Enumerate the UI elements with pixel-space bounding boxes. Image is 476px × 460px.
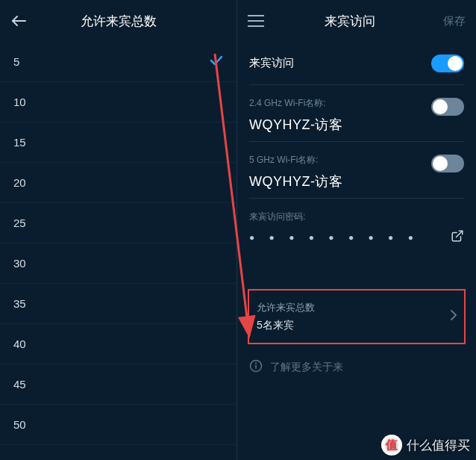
- list-item[interactable]: 15: [0, 122, 237, 163]
- list-item[interactable]: 5: [0, 42, 237, 82]
- panel-guest-access: 来宾访问 保存 来宾访问 2.4 GHz Wi-Fi名称: WQYHYZ-访客 …: [237, 0, 476, 460]
- page-title-left: 允许来宾总数: [27, 13, 210, 30]
- row-guest-access: 来宾访问: [249, 42, 464, 85]
- password-label: 来宾访问密码:: [249, 211, 464, 223]
- list-item[interactable]: 45: [0, 364, 237, 405]
- wifi24-toggle[interactable]: [431, 98, 464, 116]
- list-item[interactable]: 10: [0, 82, 237, 122]
- watermark-badge-icon: 值: [381, 435, 402, 456]
- list-item-label: 25: [13, 217, 26, 229]
- guest-access-toggle[interactable]: [431, 55, 464, 72]
- list-item[interactable]: 35: [0, 284, 237, 324]
- svg-line-0: [457, 231, 463, 237]
- wifi5-name[interactable]: WQYHYZ-访客: [249, 172, 464, 190]
- list-item[interactable]: 50: [0, 405, 237, 445]
- list-item-label: 50: [13, 418, 26, 431]
- row-guest-total[interactable]: 允许来宾总数 5名来宾: [248, 289, 466, 344]
- row-wifi-5: 5 GHz Wi-Fi名称: WQYHYZ-访客: [249, 142, 464, 199]
- info-icon: [249, 359, 263, 375]
- guest-access-label: 来宾访问: [249, 56, 294, 70]
- list-item-label: 20: [13, 176, 26, 189]
- save-button[interactable]: 保存: [436, 14, 466, 28]
- learn-more-label: 了解更多关于来: [270, 361, 343, 374]
- list-item-label: 10: [13, 96, 26, 108]
- header-left: 允许来宾总数: [0, 0, 237, 42]
- list-item-label: 35: [13, 297, 26, 310]
- list-item[interactable]: 20: [0, 163, 237, 203]
- list-item-label: 30: [13, 257, 26, 270]
- wifi5-label: 5 GHz Wi-Fi名称:: [249, 154, 319, 167]
- watermark-text: 什么值得买: [407, 437, 470, 454]
- guest-total-value: 5名来宾: [257, 319, 315, 332]
- list-item-label: 5: [13, 55, 19, 68]
- share-icon[interactable]: [451, 229, 464, 246]
- list-item-label: 15: [13, 136, 26, 149]
- guest-total-label: 允许来宾总数: [257, 301, 315, 314]
- check-icon: [210, 55, 223, 68]
- row-wifi-24: 2.4 GHz Wi-Fi名称: WQYHYZ-访客: [249, 85, 464, 142]
- wifi24-label: 2.4 GHz Wi-Fi名称:: [249, 97, 326, 110]
- list-item[interactable]: 40: [0, 324, 237, 364]
- watermark: 值 什么值得买: [381, 435, 470, 456]
- list-item[interactable]: 30: [0, 243, 237, 284]
- row-password: 来宾访问密码: ● ● ● ● ● ● ● ● ●: [249, 199, 464, 253]
- list-item[interactable]: 25: [0, 203, 237, 243]
- svg-point-3: [256, 363, 257, 364]
- wifi5-toggle[interactable]: [431, 155, 464, 172]
- row-learn-more[interactable]: 了解更多关于来: [237, 344, 476, 390]
- option-list: 5101520253035404550: [0, 42, 237, 445]
- list-item-label: 40: [13, 338, 26, 350]
- header-right: 来宾访问 保存: [237, 0, 476, 42]
- page-title-right: 来宾访问: [264, 13, 436, 30]
- spacer: [237, 253, 476, 289]
- settings-content: 来宾访问 2.4 GHz Wi-Fi名称: WQYHYZ-访客 5 GHz Wi…: [237, 42, 476, 253]
- panel-guest-limit: 允许来宾总数 5101520253035404550: [0, 0, 237, 460]
- list-item-label: 45: [13, 378, 26, 391]
- back-icon[interactable]: [10, 13, 27, 29]
- chevron-right-icon: [451, 310, 457, 323]
- wifi24-name[interactable]: WQYHYZ-访客: [249, 116, 464, 134]
- menu-icon[interactable]: [248, 15, 264, 27]
- password-field[interactable]: ● ● ● ● ● ● ● ● ●: [249, 232, 419, 243]
